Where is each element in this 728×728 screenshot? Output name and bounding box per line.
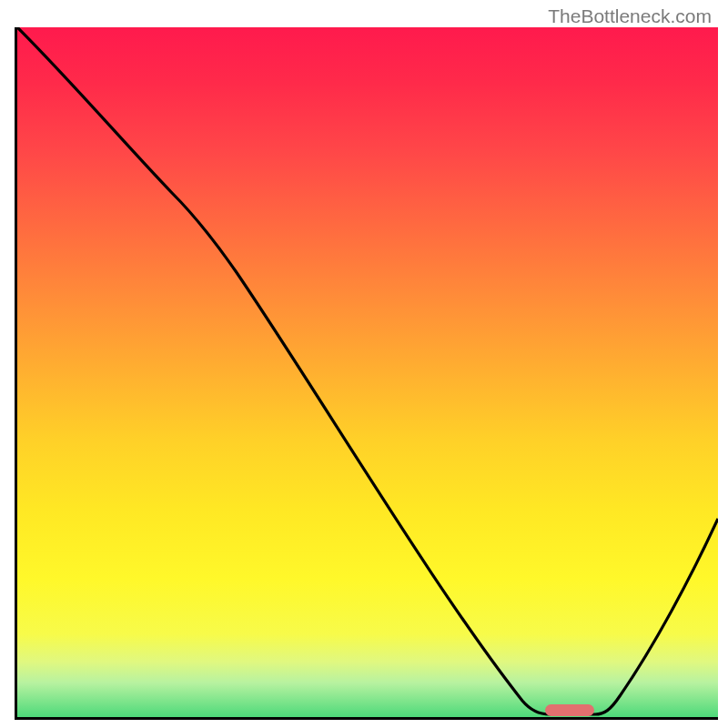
chart-line-layer (17, 27, 718, 717)
chart-plot-area (15, 27, 718, 720)
optimal-range-marker (545, 704, 594, 716)
watermark-text: TheBottleneck.com (548, 5, 712, 27)
bottleneck-curve (17, 27, 718, 714)
